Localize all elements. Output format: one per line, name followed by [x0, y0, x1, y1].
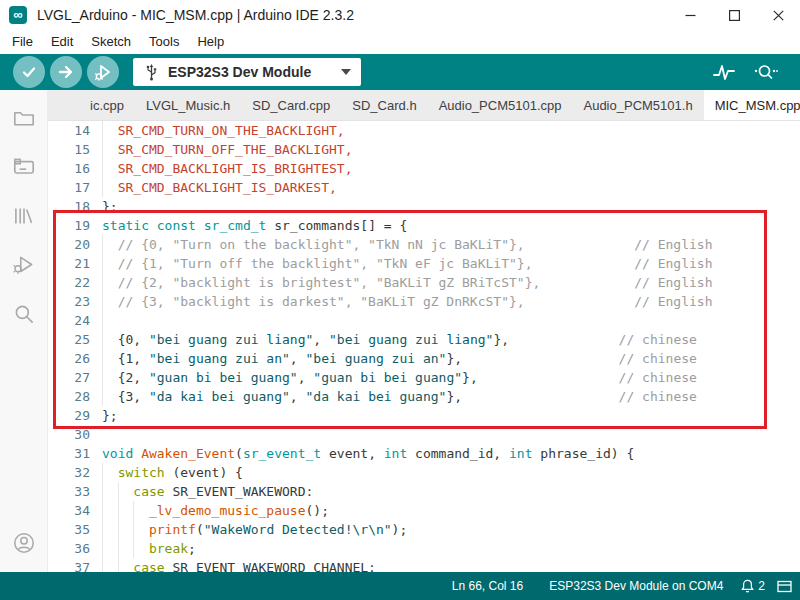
sidebar-debug-icon[interactable] — [9, 250, 39, 280]
tab-Audio_PCM5101.cpp[interactable]: Audio_PCM5101.cpp — [428, 90, 573, 120]
line-number: 30 — [48, 425, 90, 444]
code-line-18[interactable]: 18}; — [48, 197, 800, 216]
tab-bar: ic.cppLVGL_Music.hSD_Card.cppSD_Card.hAu… — [48, 90, 800, 121]
code-line-30[interactable]: 30 — [48, 425, 800, 444]
arrow-right-icon — [57, 63, 75, 81]
line-content: {2, "guan bi bei guang", "guan bi bei gu… — [102, 368, 800, 387]
tab-SD_Card.h[interactable]: SD_Card.h — [341, 90, 427, 120]
line-content: SR_CMD_BACKLIGHT_IS_DARKEST, — [102, 178, 800, 197]
code-line-14[interactable]: 14 SR_CMD_TURN_ON_THE_BACKLIGHT, — [48, 121, 800, 140]
code-editor[interactable]: 14 SR_CMD_TURN_ON_THE_BACKLIGHT,15 SR_CM… — [48, 121, 800, 572]
serial-plotter-button[interactable] — [712, 62, 736, 82]
close-icon — [773, 10, 784, 21]
code-line-32[interactable]: 32 switch (event) { — [48, 463, 800, 482]
code-line-19[interactable]: 19static const sr_cmd_t sr_commands[] = … — [48, 216, 800, 235]
line-number: 35 — [48, 520, 90, 539]
toolbar-right-icons — [712, 62, 800, 82]
panel-toggle-icon — [777, 580, 792, 593]
maximize-icon — [729, 10, 740, 21]
code-line-31[interactable]: 31void Awaken_Event(sr_event_t event, in… — [48, 444, 800, 463]
code-line-17[interactable]: 17 SR_CMD_BACKLIGHT_IS_DARKEST, — [48, 178, 800, 197]
code-line-35[interactable]: 35 printf("WakeWord Detected!\r\n"); — [48, 520, 800, 539]
line-number: 24 — [48, 311, 90, 330]
status-bar: Ln 66, Col 16 ESP32S3 Dev Module on COM4… — [0, 572, 800, 600]
sidebar-boards-manager-icon[interactable] — [9, 152, 39, 182]
code-line-37[interactable]: 37 case SR_EVENT_WAKEWORD_CHANNEL: — [48, 558, 800, 572]
code-line-29[interactable]: 29}; — [48, 406, 800, 425]
tab-Audio_PCM5101.h[interactable]: Audio_PCM5101.h — [572, 90, 703, 120]
code-line-33[interactable]: 33 case SR_EVENT_WAKEWORD: — [48, 482, 800, 501]
code-line-15[interactable]: 15 SR_CMD_TURN_OFF_THE_BACKLIGHT, — [48, 140, 800, 159]
line-number: 17 — [48, 178, 90, 197]
line-content: {0, "bei guang zui liang", "bei guang zu… — [102, 330, 800, 349]
toggle-panel-button[interactable] — [777, 580, 792, 593]
serial-plotter-icon — [712, 62, 736, 82]
sidebar-search-icon[interactable] — [9, 299, 39, 329]
code-line-25[interactable]: 25 {0, "bei guang zui liang", "bei guang… — [48, 330, 800, 349]
board-selector[interactable]: ESP32S3 Dev Module — [133, 58, 361, 86]
minimize-icon — [685, 10, 696, 21]
line-content: SR_CMD_BACKLIGHT_IS_BRIGHTEST, — [102, 159, 800, 178]
line-number: 16 — [48, 159, 90, 178]
line-number: 31 — [48, 444, 90, 463]
window-title: LVGL_Arduino - MIC_MSM.cpp | Arduino IDE… — [37, 7, 354, 23]
line-number: 20 — [48, 235, 90, 254]
title-bar: ∞ LVGL_Arduino - MIC_MSM.cpp | Arduino I… — [0, 0, 800, 30]
line-number: 33 — [48, 482, 90, 501]
minimize-button[interactable] — [668, 0, 712, 30]
tab-ic.cpp[interactable]: ic.cpp — [48, 90, 135, 120]
serial-monitor-button[interactable] — [752, 62, 778, 82]
line-number: 18 — [48, 197, 90, 216]
sidebar-folder-icon[interactable] — [9, 103, 39, 133]
tab-MIC_MSM.cpp[interactable]: MIC_MSM.cpp — [704, 90, 800, 120]
code-line-24[interactable]: 24 — [48, 311, 800, 330]
board-port-status[interactable]: ESP32S3 Dev Module on COM4 — [549, 579, 723, 593]
notification-count: 2 — [758, 579, 765, 593]
debug-button[interactable] — [87, 56, 119, 88]
main-toolbar: ESP32S3 Dev Module — [0, 54, 800, 90]
line-number: 34 — [48, 501, 90, 520]
chevron-down-icon — [341, 69, 351, 75]
close-button[interactable] — [756, 0, 800, 30]
code-line-23[interactable]: 23 // {3, "backlight is darkest", "BaKLi… — [48, 292, 800, 311]
code-line-36[interactable]: 36 break; — [48, 539, 800, 558]
menu-item-edit[interactable]: Edit — [42, 30, 82, 54]
code-line-34[interactable]: 34 _lv_demo_music_pause(); — [48, 501, 800, 520]
code-line-21[interactable]: 21 // {1, "Turn off the backlight", "TkN… — [48, 254, 800, 273]
upload-button[interactable] — [50, 56, 82, 88]
code-line-26[interactable]: 26 {1, "bei guang zui an", "bei guang zu… — [48, 349, 800, 368]
line-content: {1, "bei guang zui an", "bei guang zui a… — [102, 349, 800, 368]
tab-SD_Card.cpp[interactable]: SD_Card.cpp — [241, 90, 341, 120]
notifications-button[interactable]: 2 — [741, 579, 765, 593]
code-line-20[interactable]: 20 // {0, "Turn on the backlight", "TkN … — [48, 235, 800, 254]
menu-item-file[interactable]: File — [3, 30, 42, 54]
line-number: 25 — [48, 330, 90, 349]
usb-icon — [145, 63, 158, 81]
verify-button[interactable] — [13, 56, 45, 88]
menu-item-sketch[interactable]: Sketch — [82, 30, 140, 54]
cursor-position[interactable]: Ln 66, Col 16 — [452, 579, 523, 593]
line-content: _lv_demo_music_pause(); — [102, 501, 800, 520]
activity-sidebar — [0, 90, 48, 572]
line-content: break; — [102, 539, 800, 558]
line-content: static const sr_cmd_t sr_commands[] = { — [102, 216, 800, 235]
maximize-button[interactable] — [712, 0, 756, 30]
line-number: 28 — [48, 387, 90, 406]
sidebar-library-manager-icon[interactable] — [9, 201, 39, 231]
line-number: 29 — [48, 406, 90, 425]
line-content — [102, 425, 800, 444]
menu-item-help[interactable]: Help — [188, 30, 233, 54]
line-content — [102, 311, 800, 330]
code-line-16[interactable]: 16 SR_CMD_BACKLIGHT_IS_BRIGHTEST, — [48, 159, 800, 178]
code-line-27[interactable]: 27 {2, "guan bi bei guang", "guan bi bei… — [48, 368, 800, 387]
line-number: 26 — [48, 349, 90, 368]
menu-item-tools[interactable]: Tools — [140, 30, 188, 54]
tab-LVGL_Music.h[interactable]: LVGL_Music.h — [135, 90, 241, 120]
code-line-22[interactable]: 22 // {2, "backlight is brightest", "BaK… — [48, 273, 800, 292]
debug-play-icon — [93, 62, 113, 82]
line-number: 32 — [48, 463, 90, 482]
main-content: ic.cppLVGL_Music.hSD_Card.cppSD_Card.hAu… — [0, 90, 800, 572]
board-selector-label: ESP32S3 Dev Module — [168, 64, 311, 80]
code-line-28[interactable]: 28 {3, "da kai bei guang", "da kai bei g… — [48, 387, 800, 406]
sidebar-account-icon[interactable] — [9, 528, 39, 558]
